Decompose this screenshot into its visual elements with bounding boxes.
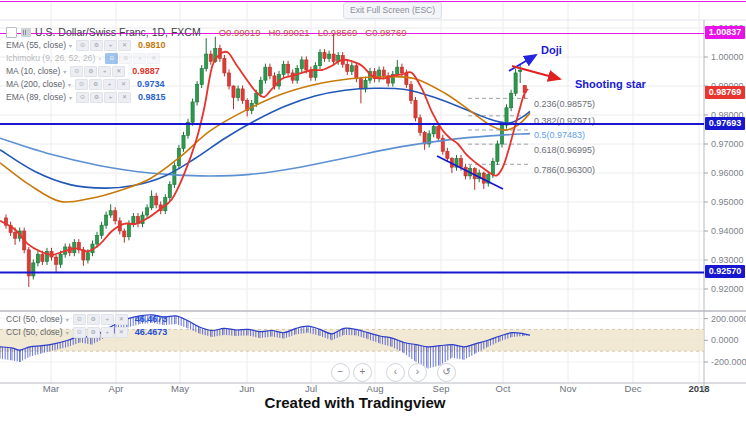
zoom-in-button[interactable]: + xyxy=(353,363,372,382)
candle[interactable] xyxy=(414,101,417,118)
close-icon[interactable]: ✕ xyxy=(115,327,128,338)
candle[interactable] xyxy=(491,161,494,174)
candle[interactable] xyxy=(109,211,112,215)
month-tick-label: Oct xyxy=(496,383,511,394)
candle[interactable] xyxy=(514,73,517,93)
eye-icon[interactable]: ⊙ xyxy=(73,327,86,338)
doji-annotation[interactable]: Doji xyxy=(541,44,562,56)
add-icon[interactable]: + xyxy=(104,92,117,103)
add-icon[interactable]: + xyxy=(98,66,111,77)
candle[interactable] xyxy=(100,225,103,235)
indicator-action-icons: ⊙⚙+✕ xyxy=(70,66,125,77)
candle[interactable] xyxy=(519,70,522,71)
eye-icon[interactable]: ⊙ xyxy=(76,92,89,103)
gear-icon[interactable]: ⚙ xyxy=(90,40,103,51)
checkbox-icon[interactable] xyxy=(6,27,17,38)
chevron-down-icon[interactable]: ▾ xyxy=(68,81,71,88)
eye-icon[interactable]: ⊙ xyxy=(70,66,83,77)
month-tick-label: Aug xyxy=(367,383,384,394)
candle[interactable] xyxy=(496,144,499,161)
close-icon[interactable]: ✕ xyxy=(115,314,128,325)
eye-icon[interactable]: ⊙ xyxy=(105,53,118,64)
symbol-title-row[interactable]: U.S. Dollar/Swiss Franc, 1D, FXCM O0.990… xyxy=(6,26,406,38)
indicator-row[interactable]: EMA (55, close)▾⊙⚙+✕0.9810 xyxy=(6,39,406,51)
add-icon[interactable]: + xyxy=(101,327,114,338)
price-tick-label: 0.96000 xyxy=(711,168,744,178)
candle[interactable] xyxy=(437,127,440,139)
candle[interactable] xyxy=(86,253,89,260)
support-line-flag: 0.97693 xyxy=(705,117,745,130)
add-icon[interactable]: + xyxy=(104,40,117,51)
chevron-down-icon[interactable]: ▾ xyxy=(63,68,66,75)
chart-style-icon[interactable] xyxy=(21,28,31,37)
zoom-out-button[interactable]: − xyxy=(331,363,350,382)
candle[interactable] xyxy=(510,93,513,108)
candle[interactable] xyxy=(41,254,44,261)
candle[interactable] xyxy=(32,263,35,276)
close-icon[interactable]: ✕ xyxy=(118,40,131,51)
chart-nav-controls: − + ‹ › ↺ xyxy=(331,363,456,382)
gear-icon[interactable]: ⚙ xyxy=(87,314,100,325)
top-border-line xyxy=(0,1,746,2)
candle[interactable] xyxy=(459,159,462,168)
ma-line-ma200[interactable] xyxy=(0,134,530,176)
candle[interactable] xyxy=(432,127,435,134)
chevron-down-icon[interactable]: ▾ xyxy=(98,55,101,62)
candle[interactable] xyxy=(59,254,62,264)
gear-icon[interactable]: ⚙ xyxy=(90,92,103,103)
candle[interactable] xyxy=(132,217,135,224)
open-value: O0.99019 xyxy=(219,27,261,38)
add-icon[interactable]: + xyxy=(103,79,116,90)
exit-fullscreen-button[interactable]: Exit Full Screen (ESC) xyxy=(343,2,442,19)
candle[interactable] xyxy=(191,102,194,122)
candle[interactable] xyxy=(419,118,422,132)
add-icon[interactable]: + xyxy=(133,53,146,64)
scroll-left-button[interactable]: ‹ xyxy=(386,363,405,382)
chevron-down-icon[interactable]: ▾ xyxy=(66,316,69,323)
candle[interactable] xyxy=(14,232,17,238)
candle[interactable] xyxy=(55,257,58,264)
close-icon[interactable]: ✕ xyxy=(112,66,125,77)
month-tick-label: Dec xyxy=(625,383,642,394)
indicator-row[interactable]: Ichimoku (9, 26, 52, 26)▾⊙⚙+✕ xyxy=(6,52,406,64)
close-icon[interactable]: ✕ xyxy=(117,79,130,90)
arrow-drawing[interactable] xyxy=(512,66,560,79)
indicator-row[interactable]: CCI (50, close)▾⊙⚙+✕46.4673 xyxy=(6,313,167,325)
candle[interactable] xyxy=(95,235,98,244)
candle[interactable] xyxy=(146,208,149,215)
candle[interactable] xyxy=(114,211,117,221)
indicator-row[interactable]: EMA (89, close)▾⊙⚙+✕0.9815 xyxy=(6,91,406,103)
gear-icon[interactable]: ⚙ xyxy=(87,327,100,338)
indicator-value: 46.4673 xyxy=(135,314,168,324)
candle[interactable] xyxy=(36,254,39,263)
gear-icon[interactable]: ⚙ xyxy=(119,53,132,64)
candle[interactable] xyxy=(409,85,412,101)
indicator-row[interactable]: MA (10, close)▾⊙⚙+✕0.9887 xyxy=(6,65,406,77)
gear-icon[interactable]: ⚙ xyxy=(84,66,97,77)
eye-icon[interactable]: ⊙ xyxy=(75,79,88,90)
indicator-row[interactable]: MA (200, close)▾⊙⚙+✕0.9734 xyxy=(6,78,406,90)
candle[interactable] xyxy=(446,151,449,158)
chevron-down-icon[interactable]: ▾ xyxy=(66,329,69,336)
add-icon[interactable]: + xyxy=(101,314,114,325)
close-icon[interactable]: ✕ xyxy=(118,92,131,103)
eye-icon[interactable]: ⊙ xyxy=(76,40,89,51)
gear-icon[interactable]: ⚙ xyxy=(89,79,102,90)
candle[interactable] xyxy=(182,135,185,148)
reset-view-button[interactable]: ↺ xyxy=(437,363,456,382)
scroll-right-button[interactable]: › xyxy=(408,363,427,382)
candle[interactable] xyxy=(155,196,158,205)
close-icon[interactable]: ✕ xyxy=(147,53,160,64)
candle[interactable] xyxy=(123,231,126,237)
shooting-star-annotation[interactable]: Shooting star xyxy=(575,78,646,90)
candle[interactable] xyxy=(127,224,130,237)
eye-icon[interactable]: ⊙ xyxy=(73,314,86,325)
high-value: H0.99021 xyxy=(268,27,309,38)
candle[interactable] xyxy=(168,185,171,198)
candle[interactable] xyxy=(150,196,153,208)
price-tick-label: 0.93000 xyxy=(711,255,744,265)
candle[interactable] xyxy=(105,215,108,225)
chevron-down-icon[interactable]: ▾ xyxy=(69,42,72,49)
chevron-down-icon[interactable]: ▾ xyxy=(69,94,72,101)
indicator-row[interactable]: CCI (50, close)▾⊙⚙+✕46.4673 xyxy=(6,326,167,338)
